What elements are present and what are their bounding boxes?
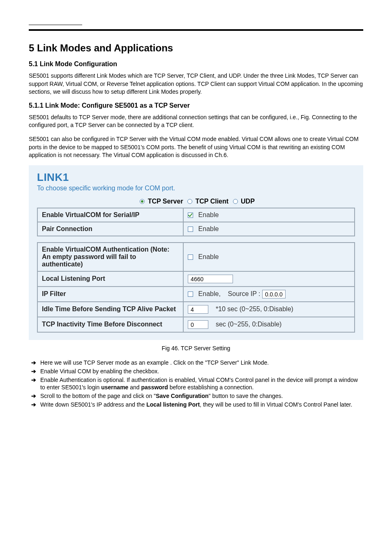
table-row: TCP Inactivity Time Before Disconnect 0 … (37, 317, 355, 332)
paragraph-2b: SE5001 can also be configured in TCP Ser… (29, 135, 363, 160)
auth-label: Enable VirtualCOM Authentication (Note: … (37, 243, 183, 271)
list-item: Scroll to the bottom of the page and cli… (31, 392, 363, 400)
config-table-2: Enable VirtualCOM Authentication (Note: … (37, 242, 355, 333)
panel-subtitle: To choose specific working mode for COM … (37, 185, 355, 192)
ipfilter-value-cell: Enable, Source IP : 0.0.0.0 (183, 287, 355, 302)
idle-suffix: *10 sec (0~255, 0:Disable) (216, 305, 293, 312)
vcom-value-cell: Enable (183, 208, 355, 222)
table-row: Pair Connection Enable (37, 222, 355, 236)
step-4-text-c: " button to save the changes. (209, 393, 283, 399)
auth-value-cell: Enable (183, 243, 355, 271)
page-title: 5 Link Modes and Applications (29, 42, 363, 54)
radio-tcp-client[interactable] (187, 199, 192, 204)
step-3-username: username (101, 384, 128, 391)
inactivity-suffix: sec (0~255, 0:Disable) (216, 320, 282, 327)
vcom-checkbox[interactable] (188, 213, 193, 218)
step-4-save: Save Configuration (156, 393, 208, 399)
vcom-label: Enable VirtualCOM for Serial/IP (37, 208, 183, 222)
table-row: Enable VirtualCOM for Serial/IP Enable (37, 208, 355, 222)
panel-title: LINK1 (37, 171, 355, 184)
link-mode-radio-row: TCP Server TCP Client UDP (37, 196, 355, 208)
radio-label-udp: UDP (241, 198, 255, 205)
port-label: Local Listening Port (37, 271, 183, 287)
link1-config-panel: LINK1 To choose specific working mode fo… (29, 165, 363, 340)
pair-value-cell: Enable (183, 222, 355, 236)
auth-enable-text: Enable (198, 253, 219, 260)
list-item: Here we will use TCP Server mode as an e… (31, 359, 363, 367)
table-row: Enable VirtualCOM Authentication (Note: … (37, 243, 355, 271)
ipfilter-checkbox[interactable] (188, 291, 193, 297)
list-item: Enable Authentication is optional. If au… (31, 376, 363, 392)
idle-label: Idle Time Before Sending TCP Alive Packe… (37, 302, 183, 317)
inactivity-label: TCP Inactivity Time Before Disconnect (37, 317, 183, 332)
step-3-password: password (141, 384, 168, 391)
subsection-5-1: 5.1 Link Mode Configuration (29, 60, 363, 68)
ipfilter-source-label: Source IP : (228, 290, 261, 297)
subsection-5-1-1: 5.1.1 Link Mode: Configure SE5001 as a T… (29, 102, 363, 109)
step-5-text-a: Write down SE5001's IP address and the (40, 401, 146, 408)
idle-input[interactable]: 4 (188, 305, 208, 314)
inactivity-value-cell: 0 sec (0~255, 0:Disable) (183, 317, 355, 332)
horizontal-rule (29, 29, 363, 31)
radio-label-tcp-server: TCP Server (148, 198, 183, 205)
pair-enable-text: Enable (198, 225, 219, 232)
auth-checkbox[interactable] (188, 254, 193, 260)
table-row: Idle Time Before Sending TCP Alive Packe… (37, 302, 355, 317)
vcom-enable-text: Enable (198, 211, 219, 218)
list-item: Enable Virtual COM by enabling the check… (31, 368, 363, 375)
ipfilter-enable-text: Enable, (198, 290, 221, 297)
radio-tcp-server[interactable] (140, 199, 145, 204)
inactivity-input[interactable]: 0 (188, 320, 208, 329)
radio-udp[interactable] (233, 199, 238, 204)
config-table-1: Enable VirtualCOM for Serial/IP Enable P… (37, 208, 355, 236)
step-5-text-c: , they will be used to fill in Virtual C… (200, 401, 352, 408)
ipfilter-label: IP Filter (37, 287, 183, 302)
figure-caption: Fig 46. TCP Server Setting (29, 345, 363, 352)
step-1-text: Here we will use TCP Server mode as an e… (40, 359, 269, 366)
idle-value-cell: 4 *10 sec (0~255, 0:Disable) (183, 302, 355, 317)
list-item: Write down SE5001's IP address and the L… (31, 401, 363, 409)
step-2-text: Enable Virtual COM by enabling the check… (40, 368, 159, 375)
table-row: IP Filter Enable, Source IP : 0.0.0.0 (37, 287, 355, 302)
radio-label-tcp-client: TCP Client (196, 198, 229, 205)
section-underline (29, 25, 82, 25)
port-value-cell: 4660 (183, 271, 355, 287)
step-3-text-c: and (128, 384, 141, 391)
pair-label: Pair Connection (37, 222, 183, 236)
step-5-port: Local listening Port (146, 401, 200, 408)
spacer (37, 236, 355, 242)
source-ip-input[interactable]: 0.0.0.0 (262, 290, 286, 298)
intro-paragraph: SE5001 supports different Link Modes whi… (29, 72, 363, 96)
paragraph-2a: SE5001 defaults to TCP Server mode, ther… (29, 113, 363, 130)
step-3-text-e: before establishing a connection. (168, 384, 254, 391)
instruction-list: Here we will use TCP Server mode as an e… (31, 359, 363, 409)
local-port-input[interactable]: 4660 (188, 275, 233, 283)
step-4-text-a: Scroll to the bottom of the page and cli… (40, 393, 156, 399)
pair-checkbox[interactable] (188, 227, 193, 232)
table-row: Local Listening Port 4660 (37, 271, 355, 287)
